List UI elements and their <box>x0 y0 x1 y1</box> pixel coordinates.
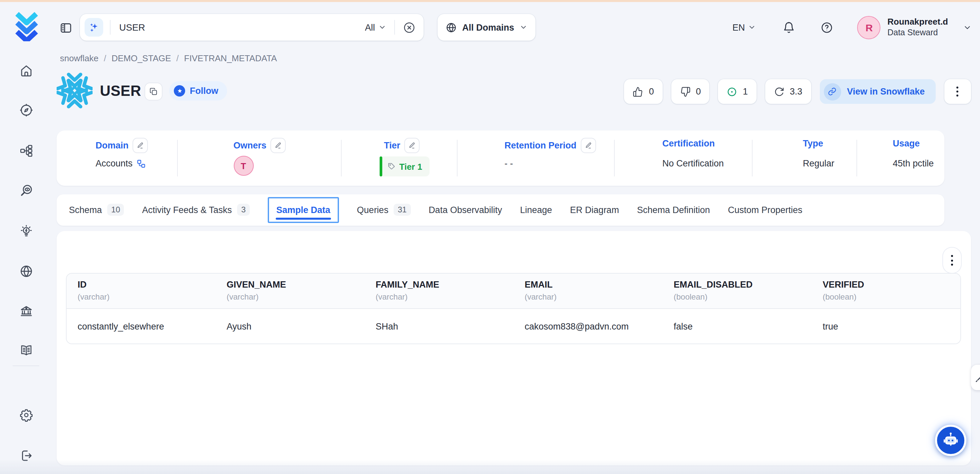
pencil-icon <box>274 142 282 149</box>
tab-schema-definition[interactable]: Schema Definition <box>637 205 710 215</box>
sidebar-item-workflows[interactable] <box>14 138 38 162</box>
breadcrumb: snowflake / DEMO_STAGE / FIVETRAN_METADA… <box>60 53 277 63</box>
atlan-logo[interactable] <box>11 11 42 41</box>
asset-actions: 0 0 1 3.3 View in Snowflake <box>624 79 970 104</box>
user-role: Data Steward <box>888 28 948 39</box>
chevron-down-icon <box>378 23 386 31</box>
flow-icon <box>19 143 33 157</box>
refresh-icon <box>774 86 784 97</box>
sidebar-item-logout[interactable] <box>14 444 38 467</box>
tab-schema[interactable]: Schema 10 <box>69 204 124 216</box>
sample-data-table: ID (varchar) GIVEN_NAME (varchar) FAMILY… <box>65 273 961 344</box>
gear-icon <box>19 408 33 422</box>
sidebar-item-governance[interactable] <box>14 299 38 323</box>
sidebar-item-explore[interactable] <box>14 98 38 122</box>
metadata-usage: Usage 45th pctile <box>856 130 944 186</box>
ai-assistant-button[interactable] <box>935 425 966 456</box>
language-selector[interactable]: EN <box>732 22 756 32</box>
resize-handle-icon <box>974 372 980 383</box>
column-header-family-name: FAMILY_NAME (varchar) <box>364 274 514 308</box>
metadata-domain: Domain Accounts <box>56 130 177 186</box>
sample-data-panel: ID (varchar) GIVEN_NAME (varchar) FAMILY… <box>56 231 971 465</box>
tab-activity-feeds-tasks[interactable]: Activity Feeds & Tasks 3 <box>142 204 250 216</box>
sidebar-item-glossary[interactable] <box>14 338 38 362</box>
asset-tabs: Schema 10 Activity Feeds & Tasks 3 Sampl… <box>56 194 944 225</box>
cell-id: constantly_elsewhere <box>66 309 215 344</box>
page-title: USER <box>100 83 141 100</box>
upvote-button[interactable]: 0 <box>624 79 663 104</box>
sidebar-item-home[interactable] <box>14 59 38 83</box>
tier-badge[interactable]: Tier 1 <box>379 156 430 177</box>
score-refresh-button[interactable]: 3.3 <box>765 79 811 104</box>
tab-sample-data[interactable]: Sample Data <box>268 197 339 223</box>
clear-search-button[interactable] <box>403 21 415 33</box>
tab-data-observability[interactable]: Data Observability <box>429 205 502 215</box>
edit-tier-button[interactable] <box>405 138 419 153</box>
breadcrumb-item[interactable]: snowflake <box>60 53 99 63</box>
sample-data-more-menu[interactable] <box>943 248 961 273</box>
tab-er-diagram[interactable]: ER Diagram <box>570 205 619 215</box>
search-divider <box>394 20 395 35</box>
header-right-cluster: EN R Rounakpreet.d Data Steward <box>732 2 971 52</box>
thumbs-up-icon <box>633 86 644 97</box>
issues-button[interactable]: 1 <box>718 79 757 104</box>
copy-name-button[interactable] <box>145 83 162 100</box>
cell-given-name: Ayush <box>215 309 364 344</box>
tab-count-badge: 3 <box>237 204 250 216</box>
usage-value: 45th pctile <box>893 158 934 169</box>
global-search-input[interactable]: USER All <box>80 14 423 41</box>
follow-button[interactable]: Follow <box>169 81 227 100</box>
compass-icon <box>19 103 33 117</box>
linked-nodes-icon <box>137 159 146 168</box>
all-domains-dropdown[interactable]: All Domains <box>438 14 535 41</box>
user-menu[interactable]: Rounakpreet.d Data Steward <box>888 16 948 39</box>
star-icon <box>174 85 185 97</box>
panel-icon <box>59 21 73 35</box>
side-panel-handle[interactable] <box>971 365 980 390</box>
sidebar-item-observability[interactable] <box>14 178 38 202</box>
pencil-icon <box>137 142 144 149</box>
sidebar-item-insights[interactable] <box>14 219 38 243</box>
chevron-down-icon[interactable] <box>963 23 971 32</box>
user-avatar[interactable]: R <box>858 16 881 39</box>
metadata-type: Type Regular <box>752 130 856 186</box>
circle-dot-icon <box>727 86 738 97</box>
globe-icon <box>19 264 33 278</box>
tab-queries[interactable]: Queries 31 <box>357 204 410 216</box>
view-in-snowflake-button[interactable]: View in Snowflake <box>819 79 935 104</box>
home-icon <box>19 64 33 78</box>
tab-lineage[interactable]: Lineage <box>520 205 552 215</box>
sidebar-item-domains[interactable] <box>14 259 38 283</box>
domain-value[interactable]: Accounts <box>95 158 132 169</box>
notifications-button[interactable] <box>783 21 795 33</box>
owner-avatar[interactable]: T <box>234 156 253 176</box>
downvote-button[interactable]: 0 <box>671 79 710 104</box>
bell-icon <box>783 21 795 33</box>
edit-domain-button[interactable] <box>133 138 147 153</box>
metadata-tier: Tier Tier 1 <box>340 130 457 186</box>
metadata-owners: Owners T <box>178 130 340 186</box>
breadcrumb-item[interactable]: DEMO_STAGE <box>111 53 171 63</box>
cell-verified: true <box>811 309 961 344</box>
cell-email-disabled: false <box>662 309 811 344</box>
edit-retention-button[interactable] <box>581 138 595 153</box>
asset-header: USER Follow 0 0 1 3.3 <box>56 72 971 116</box>
user-name: Rounakpreet.d <box>888 16 948 28</box>
breadcrumb-item[interactable]: FIVETRAN_METADATA <box>184 53 277 63</box>
asset-more-menu-button[interactable] <box>944 79 970 104</box>
tag-icon <box>387 162 395 170</box>
sidebar-item-settings[interactable] <box>14 403 38 427</box>
tab-count-badge: 31 <box>394 204 410 216</box>
type-value: Regular <box>803 158 834 169</box>
search-scope-dropdown[interactable]: All <box>365 22 386 32</box>
pencil-icon <box>584 142 592 149</box>
certification-value: No Certification <box>662 158 724 169</box>
edit-owners-button[interactable] <box>271 138 285 153</box>
table-row: constantly_elsewhere Ayush SHah cakosom8… <box>66 309 960 344</box>
tab-custom-properties[interactable]: Custom Properties <box>728 205 802 215</box>
top-bar: USER All All Domains EN <box>52 2 980 52</box>
tab-count-badge: 10 <box>107 204 124 216</box>
metadata-certification: Certification No Certification <box>614 130 752 186</box>
help-button[interactable] <box>821 21 834 33</box>
collapse-sidebar-button[interactable] <box>57 19 75 37</box>
